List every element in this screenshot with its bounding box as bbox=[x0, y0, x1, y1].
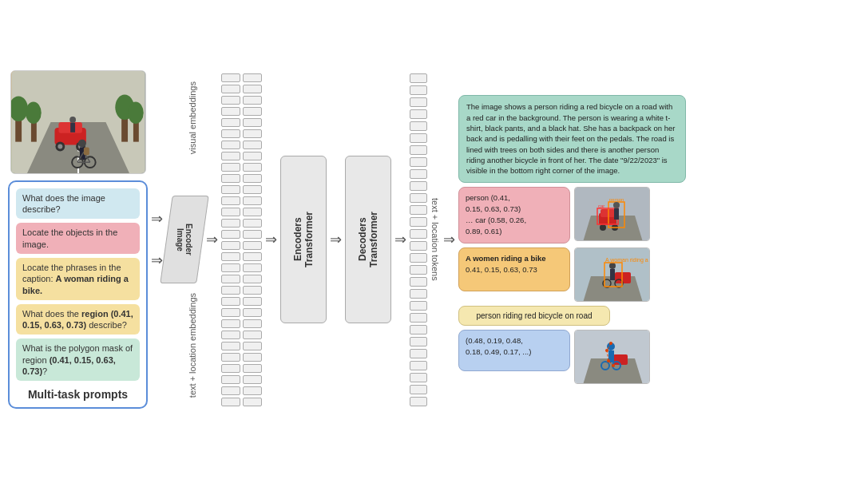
embed-col-2 bbox=[243, 73, 262, 406]
token-cell bbox=[410, 73, 427, 83]
embed-cell bbox=[221, 107, 240, 116]
embed-cell bbox=[243, 85, 262, 93]
output-polygon-row: (0.48, 0.19, 0.48, 0.18, 0.49, 0.17, ...… bbox=[458, 330, 694, 384]
token-cell bbox=[410, 97, 427, 107]
prompt-polygon: What is the polygon mask of region (0.41… bbox=[16, 338, 140, 381]
embed-cell bbox=[221, 152, 240, 160]
arrow-3: ⇒ bbox=[265, 231, 277, 248]
token-cell bbox=[410, 385, 427, 394]
token-cell bbox=[410, 181, 427, 191]
embed-cell bbox=[243, 342, 262, 350]
embed-cell bbox=[243, 73, 262, 82]
embed-cell bbox=[221, 219, 240, 228]
embed-cell bbox=[243, 252, 262, 261]
embed-cell bbox=[221, 85, 240, 93]
token-cell bbox=[410, 145, 427, 155]
visual-embeddings-label: visual embeddings bbox=[188, 81, 197, 154]
embed-cell bbox=[243, 308, 262, 317]
token-cell bbox=[410, 265, 427, 275]
embed-cell bbox=[221, 319, 240, 328]
token-cell bbox=[410, 217, 427, 227]
input-image bbox=[10, 70, 146, 174]
embed-cell bbox=[221, 297, 240, 306]
output-grounding-row: A women riding a bike 0.41, 0.15, 0.63, … bbox=[458, 247, 694, 302]
embed-columns bbox=[221, 73, 262, 406]
token-cell bbox=[410, 241, 427, 251]
svg-point-17 bbox=[69, 117, 76, 123]
embed-cell bbox=[221, 96, 240, 105]
embed-cell bbox=[221, 275, 240, 283]
embed-cell bbox=[221, 375, 240, 384]
image-encoder-block: ImageEncoder bbox=[166, 196, 203, 283]
text-location-tokens-label: text + location tokens bbox=[430, 198, 440, 281]
embed-cell bbox=[221, 252, 240, 261]
embed-cell bbox=[243, 398, 262, 406]
embed-cell bbox=[243, 375, 262, 384]
output-detection-image: person car bbox=[574, 187, 650, 241]
embed-cell bbox=[243, 353, 262, 362]
token-cell bbox=[410, 361, 427, 370]
arrow-2: ⇒ bbox=[206, 231, 218, 248]
token-cell bbox=[410, 85, 427, 95]
arrow-4: ⇒ bbox=[330, 231, 342, 248]
token-cell bbox=[410, 253, 427, 263]
transformer-encoders-label: TransformerEncoders bbox=[292, 212, 315, 267]
embed-cell bbox=[243, 118, 262, 127]
embed-cell bbox=[221, 263, 240, 272]
svg-text:A woman riding a bike: A woman riding a bike bbox=[605, 257, 650, 263]
svg-rect-26 bbox=[83, 147, 89, 155]
embed-cell bbox=[243, 152, 262, 160]
token-cell bbox=[410, 169, 427, 179]
transformer-encoders-box: TransformerEncoders bbox=[280, 156, 327, 323]
embed-cell bbox=[243, 275, 262, 283]
embed-cell bbox=[243, 319, 262, 328]
output-grounding-image: A woman riding a bike bbox=[574, 247, 650, 302]
embed-cell bbox=[221, 141, 240, 149]
token-cell bbox=[410, 157, 427, 167]
embed-cell bbox=[221, 308, 240, 317]
transformer-decoders-block: TransformerDecoders bbox=[345, 156, 391, 323]
text-location-embeddings-label: text + location embeddings bbox=[188, 293, 197, 398]
output-polygon-box: (0.48, 0.19, 0.48, 0.18, 0.49, 0.17, ...… bbox=[458, 330, 570, 371]
image-encoder-shape: ImageEncoder bbox=[160, 196, 208, 283]
embed-cell bbox=[243, 174, 262, 183]
embed-cell bbox=[221, 230, 240, 239]
embed-cell bbox=[243, 107, 262, 116]
embed-cell bbox=[243, 241, 262, 250]
embed-cell bbox=[221, 331, 240, 339]
main-layout: What does the image describe? Locate the… bbox=[0, 0, 868, 479]
embed-cell bbox=[221, 73, 240, 82]
embed-cell bbox=[221, 286, 240, 295]
embed-cell bbox=[221, 196, 240, 205]
prompts-box: What does the image describe? Locate the… bbox=[8, 180, 148, 410]
token-cell bbox=[410, 313, 427, 323]
embed-cell bbox=[243, 364, 262, 373]
svg-point-37 bbox=[613, 202, 620, 208]
embed-cell bbox=[221, 398, 240, 406]
embed-cell bbox=[243, 331, 262, 339]
token-cell bbox=[410, 133, 427, 143]
output-token-column bbox=[410, 73, 427, 406]
token-cell bbox=[410, 301, 427, 311]
prompt-locate-phrases: Locate the phrases in the caption: A wom… bbox=[16, 258, 140, 300]
transformer-decoders-box: TransformerDecoders bbox=[345, 156, 391, 323]
arrow-5: ⇒ bbox=[394, 231, 406, 248]
embed-cell bbox=[243, 185, 262, 194]
prompt-locate-objects: Locate the objects in the image. bbox=[16, 223, 140, 254]
token-cell bbox=[410, 121, 427, 131]
svg-rect-43 bbox=[610, 269, 615, 280]
svg-point-31 bbox=[600, 224, 606, 231]
arrow-group-1: ⇒ ⇒ bbox=[151, 210, 163, 269]
svg-point-14 bbox=[57, 144, 62, 148]
svg-text:person: person bbox=[609, 197, 624, 202]
arrow-to-encoder-bottom: ⇒ bbox=[151, 251, 163, 269]
svg-rect-30 bbox=[600, 209, 615, 217]
token-cell bbox=[410, 109, 427, 119]
embed-cell bbox=[243, 219, 262, 228]
embed-col-1 bbox=[221, 73, 240, 406]
embed-cell bbox=[221, 386, 240, 395]
embed-cell bbox=[243, 230, 262, 239]
token-cell bbox=[410, 289, 427, 299]
svg-point-10 bbox=[128, 101, 144, 124]
embed-cell bbox=[243, 263, 262, 272]
